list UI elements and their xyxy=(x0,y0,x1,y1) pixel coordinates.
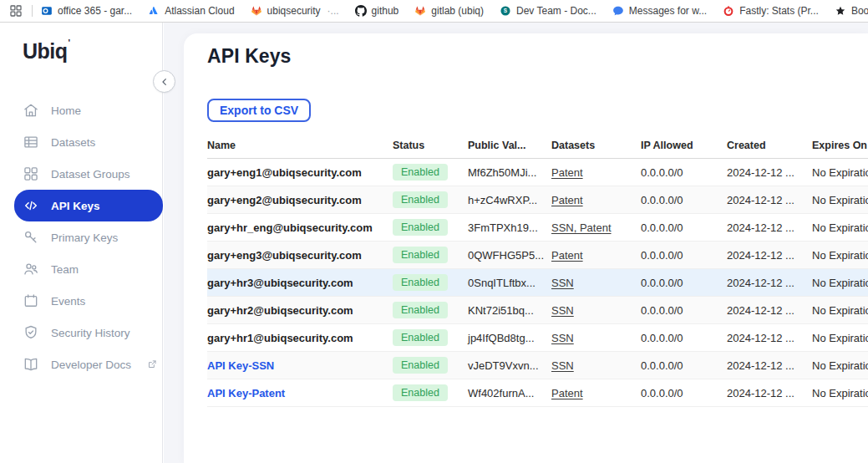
column-header-status: Status xyxy=(393,140,468,151)
created-cell: 2024-12-12 ... xyxy=(727,359,812,372)
table-row[interactable]: gary+eng2@ubiqsecurity.comEnabledh+zC4wR… xyxy=(207,186,868,214)
bookmark-dev-team-doc[interactable]: SDev Team - Doc... xyxy=(500,5,596,17)
table-body: gary+eng1@ubiqsecurity.comEnabledMf6Zh50… xyxy=(207,159,868,407)
bookmark-ubiqsecurity[interactable]: ubiqsecurity·... xyxy=(251,5,339,17)
table-row[interactable]: gary+hr3@ubiqsecurity.comEnabled0SnqITLf… xyxy=(207,269,868,297)
table-row[interactable]: gary+eng1@ubiqsecurity.comEnabledMf6Zh50… xyxy=(207,159,868,186)
expires-on-cell: No Expiration xyxy=(812,332,868,344)
sidebar-item-api-keys[interactable]: API Keys xyxy=(14,190,163,221)
dataset-link[interactable]: Patent xyxy=(551,387,583,399)
column-header-name: Name xyxy=(207,140,393,151)
sidebar-item-developer-docs[interactable]: Developer Docs xyxy=(14,349,163,380)
table-row[interactable]: gary+hr_eng@ubiqsecurity.comEnabled3FmTP… xyxy=(207,214,868,242)
ubiq-logo: Ubiq' xyxy=(0,23,162,64)
api-key-name: gary+hr_eng@ubiqsecurity.com xyxy=(207,221,393,234)
bookmark-label: ubiqsecurity xyxy=(267,5,321,17)
bookmark-label: Bookmarks xyxy=(851,5,868,17)
dataset-link[interactable]: SSN xyxy=(551,304,574,317)
bookmark-label: gitlab (ubiq) xyxy=(431,5,484,17)
table-row[interactable]: gary+hr1@ubiqsecurity.comEnabledjp4IfQBd… xyxy=(207,324,868,352)
expires-on-cell: No Expiration xyxy=(812,277,868,289)
api-key-name-link[interactable]: API Key-Patent xyxy=(207,387,393,399)
sidebar-item-label: Team xyxy=(51,263,79,276)
status-badge: Enabled xyxy=(393,384,448,401)
gitlab-icon xyxy=(251,5,262,17)
api-key-name: gary+eng1@ubiqsecurity.com xyxy=(207,166,393,179)
sidebar-item-label: Datasets xyxy=(51,136,95,149)
outlook-icon xyxy=(41,5,53,17)
public-value-cell: 0SnqITLftbx... xyxy=(468,277,551,289)
status-badge: Enabled xyxy=(393,274,448,291)
status-badge: Enabled xyxy=(393,357,448,374)
expires-on-cell: No Expiration xyxy=(812,249,868,262)
api-key-name: gary+hr1@ubiqsecurity.com xyxy=(207,332,393,344)
api-key-name-link[interactable]: API Key-SSN xyxy=(207,359,393,372)
sidebar-item-dataset-groups[interactable]: Dataset Groups xyxy=(14,158,163,190)
bookmark-github[interactable]: github xyxy=(355,5,399,17)
ip-allowed-cell: 0.0.0.0/0 xyxy=(641,221,727,234)
bookmark-label: office 365 - gar... xyxy=(58,5,132,17)
export-to-csv-button[interactable]: Export to CSV xyxy=(207,99,311,122)
datasets-cell: SSN, Patent xyxy=(551,221,641,234)
datasets-cell: SSN xyxy=(551,359,641,372)
table-row[interactable]: gary+hr2@ubiqsecurity.comEnabledKNt72i51… xyxy=(207,297,868,324)
sidebar-item-datasets[interactable]: Datasets xyxy=(14,126,163,158)
dataset-link[interactable]: SSN xyxy=(551,332,574,344)
dataset-link[interactable]: SSN xyxy=(551,359,574,372)
sidebar-item-label: API Keys xyxy=(51,200,100,212)
book-icon xyxy=(23,356,39,373)
github-icon xyxy=(355,5,367,17)
expires-on-cell: No Expiration xyxy=(812,387,868,399)
created-cell: 2024-12-12 ... xyxy=(727,249,812,262)
sidebar-item-security-history[interactable]: Security History xyxy=(14,317,163,349)
status-badge: Enabled xyxy=(393,329,448,346)
api-keys-table: NameStatusPublic Val...DatasetsIP Allowe… xyxy=(207,132,868,407)
sidebar-collapse-button[interactable] xyxy=(153,70,175,93)
bookmark-overflow: ·... xyxy=(327,5,339,17)
sidebar: Ubiq' HomeDatasetsDataset GroupsAPI Keys… xyxy=(0,23,163,463)
bookmark-fastly-stats-pr[interactable]: Fastly: Stats (Pr... xyxy=(723,5,819,17)
public-value-cell: Mf6Zh50MJi... xyxy=(468,166,551,179)
created-cell: 2024-12-12 ... xyxy=(727,332,812,344)
expires-on-cell: No Expiration xyxy=(812,304,868,317)
content-card: API Keys Export to CSV NameStatusPublic … xyxy=(184,33,868,463)
sidebar-item-label: Primary Keys xyxy=(51,232,118,244)
status-cell: Enabled xyxy=(393,302,468,318)
expires-on-cell: No Expiration xyxy=(812,221,868,234)
code-icon xyxy=(23,197,39,214)
expires-on-cell: No Expiration xyxy=(812,359,868,372)
api-key-name: gary+hr2@ubiqsecurity.com xyxy=(207,304,393,317)
status-cell: Enabled xyxy=(393,384,468,401)
datasets-cell: Patent xyxy=(551,249,641,262)
sidebar-item-label: Dataset Groups xyxy=(51,168,130,181)
bookmark-office-365-gar[interactable]: office 365 - gar... xyxy=(41,5,132,17)
table-row[interactable]: gary+eng3@ubiqsecurity.comEnabled0QWFHG5… xyxy=(207,242,868,269)
public-value-cell: vJeDT9Vxvn... xyxy=(468,359,551,372)
dataset-link[interactable]: SSN xyxy=(551,277,574,289)
status-badge: Enabled xyxy=(393,191,448,208)
bookmark-label: Fastly: Stats (Pr... xyxy=(739,5,819,17)
dataset-link[interactable]: Patent xyxy=(551,194,583,206)
dataset-link[interactable]: Patent xyxy=(551,249,583,262)
sidebar-item-home[interactable]: Home xyxy=(14,94,163,126)
bookmark-bookmarks[interactable]: Bookmarks xyxy=(835,5,868,17)
bookmark-atlassian-cloud[interactable]: Atlassian Cloud xyxy=(148,5,234,17)
datasets-cell: Patent xyxy=(551,194,641,206)
team-icon xyxy=(23,261,39,277)
table-row[interactable]: API Key-PatentEnabledWf402furnA...Patent… xyxy=(207,379,868,407)
table-row[interactable]: API Key-SSNEnabledvJeDT9Vxvn...SSN0.0.0.… xyxy=(207,352,868,379)
expires-on-cell: No Expiration xyxy=(812,194,868,206)
sidebar-item-team[interactable]: Team xyxy=(14,253,163,285)
fastly-icon xyxy=(723,5,734,17)
star-icon xyxy=(835,5,846,17)
status-cell: Enabled xyxy=(393,329,468,346)
dataset-link[interactable]: Patent xyxy=(551,166,583,179)
datasets-cell: SSN xyxy=(551,332,641,344)
apps-grid-icon[interactable] xyxy=(8,3,23,18)
bookmark-gitlab-ubiq[interactable]: gitlab (ubiq) xyxy=(414,5,484,17)
sidebar-item-primary-keys[interactable]: Primary Keys xyxy=(14,221,163,253)
sidebar-item-events[interactable]: Events xyxy=(14,285,163,317)
public-value-cell: 3FmTPXh19... xyxy=(468,221,551,234)
bookmark-messages-for-w[interactable]: Messages for w... xyxy=(612,5,707,17)
dataset-link[interactable]: SSN, Patent xyxy=(551,221,612,234)
